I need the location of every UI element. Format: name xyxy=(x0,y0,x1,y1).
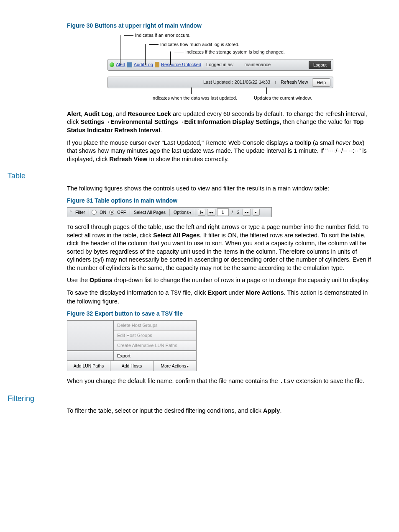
audit-icon xyxy=(127,62,132,67)
paragraph-tsv-extension: When you change the default file name, c… xyxy=(67,377,374,386)
callout-updates-window: Updates the current window. xyxy=(254,95,312,101)
top-toolbar: Alert Audit Log Resource Unlocked Logged… xyxy=(107,59,333,71)
page-number-field[interactable]: 1 xyxy=(217,208,229,216)
collapse-icon[interactable]: ⌃ xyxy=(69,210,72,215)
section-filtering-heading: Filtering xyxy=(8,393,374,403)
refresh-icon: ↑ xyxy=(274,80,276,85)
figure30-diagram: Indicates if an error occurs. Indicates … xyxy=(107,32,333,103)
last-page-button[interactable]: ▸| xyxy=(253,209,260,216)
menu-delete-host-groups[interactable]: Delete Host Groups xyxy=(114,321,196,331)
logout-button[interactable]: Logout xyxy=(309,61,331,69)
audit-log-link[interactable]: Audit Log xyxy=(134,62,153,68)
paragraph-table-intro: The following figures shows the controls… xyxy=(67,185,374,193)
menu-edit-host-groups[interactable]: Edit Host Groups xyxy=(114,331,196,341)
lock-icon xyxy=(155,62,159,67)
add-lun-paths-button[interactable]: Add LUN Paths xyxy=(67,361,110,371)
callout-error: Indicates if an error occurs. xyxy=(135,32,191,39)
add-hosts-button[interactable]: Add Hosts xyxy=(110,361,153,371)
figure31-toolbar: ⌃ Filter ON OFF Select All Pages Options… xyxy=(67,207,272,217)
page-total: 2 xyxy=(236,209,241,215)
first-page-button[interactable]: |◂ xyxy=(198,209,205,216)
section-table-heading: Table xyxy=(8,171,374,181)
paragraph-options: Use the Options drop-down list to change… xyxy=(67,276,374,285)
last-updated-text: Last Updated : 2011/06/22 14:33 xyxy=(203,79,270,85)
help-button[interactable]: Help xyxy=(312,78,330,87)
paragraph-hover-box: If you place the mouse cursor over "Last… xyxy=(67,139,374,164)
next-page-button[interactable]: ▸▸ xyxy=(243,209,251,216)
more-actions-button[interactable]: More Actions xyxy=(153,361,197,371)
paragraph-save-tsv: To save the displayed information to a T… xyxy=(67,289,374,306)
refresh-view-link[interactable]: Refresh View xyxy=(281,79,308,85)
alert-link[interactable]: Alert xyxy=(116,62,125,68)
paragraph-filtering: To filter the table, select or input the… xyxy=(67,407,374,415)
menu-create-alt-lun-paths[interactable]: Create Alternative LUN Paths xyxy=(114,341,196,350)
resource-unlocked-link[interactable]: Resource Unlocked xyxy=(161,62,201,68)
paragraph-scroll-pages: To scroll through pages of the table, us… xyxy=(67,223,374,272)
options-dropdown[interactable]: Options xyxy=(172,209,192,216)
status-ok-icon xyxy=(110,62,114,67)
logged-in-user: maintenance xyxy=(237,62,307,68)
figure30-title: Figure 30 Buttons at upper right of main… xyxy=(67,22,374,30)
select-all-pages-button[interactable]: Select All Pages xyxy=(133,209,167,215)
prev-page-button[interactable]: ◂◂ xyxy=(207,209,215,216)
logged-in-label: Logged in as: xyxy=(205,62,235,68)
filter-off-radio[interactable] xyxy=(109,210,114,215)
on-label: ON xyxy=(98,209,107,215)
callout-last-updated: Indicates when the data was last updated… xyxy=(151,95,237,101)
page-sep: / xyxy=(230,209,234,215)
off-label: OFF xyxy=(116,209,127,215)
callout-audit: Indicates how much audit log is stored. xyxy=(160,41,240,48)
paragraph-refresh-interval: Alert, Audit Log, and Resource Lock are … xyxy=(67,110,374,135)
figure32-menu: Delete Host Groups Edit Host Groups Crea… xyxy=(67,320,197,371)
status-bar: Last Updated : 2011/06/22 14:33 ↑ Refres… xyxy=(107,77,333,88)
figure32-title: Figure 32 Export button to save a TSV fi… xyxy=(67,310,374,318)
menu-export[interactable]: Export xyxy=(114,351,196,361)
filter-label: Filter xyxy=(74,209,86,215)
figure31-title: Figure 31 Table options in main window xyxy=(67,197,374,205)
callout-changing: Indicates if the storage system is being… xyxy=(185,49,285,55)
filter-on-radio[interactable] xyxy=(92,210,97,215)
